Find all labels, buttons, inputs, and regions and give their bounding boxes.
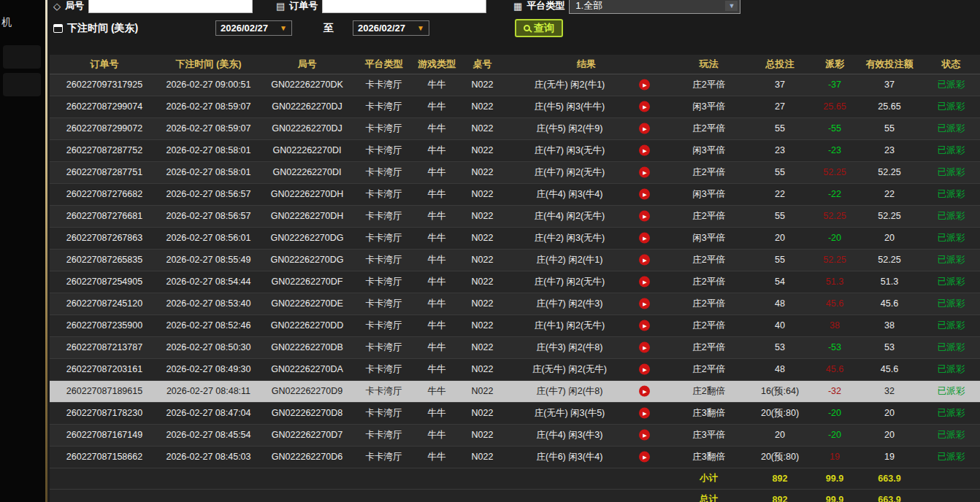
date-from-select[interactable]: 2026/02/27 ▼ <box>215 20 292 36</box>
status-cell: 已派彩 <box>922 314 980 336</box>
play-type-cell: 庄3翻倍 <box>670 402 747 424</box>
platform-cell: 卡卡湾厅 <box>356 380 411 402</box>
summary-payout: 99.9 <box>813 489 857 502</box>
table-row[interactable]: 2602270871782302026-02-27 08:47:04GN0222… <box>50 402 980 424</box>
bet-time-cell: 2026-02-27 08:56:01 <box>159 227 258 249</box>
table-row[interactable]: 2602270872877522026-02-27 08:58:01GN0222… <box>50 139 980 161</box>
platform-select[interactable]: 1.全部 ▼ <box>569 0 740 14</box>
payout-cell: 52.25 <box>813 249 857 271</box>
table-no-cell: N022 <box>462 358 502 380</box>
payout-cell: 45.6 <box>813 293 857 314</box>
play-video-icon[interactable] <box>639 255 650 266</box>
table-row[interactable]: 2602270872766822026-02-27 08:56:57GN0222… <box>50 183 980 205</box>
table-row[interactable]: 2602270872549052026-02-27 08:54:44GN0222… <box>50 271 980 293</box>
table-row[interactable]: 2602270871586622026-02-27 08:45:03GN0222… <box>50 446 980 468</box>
play-video-icon[interactable] <box>639 364 650 375</box>
game-type-cell: 牛牛 <box>411 96 462 117</box>
payout-cell: -23 <box>813 139 857 161</box>
play-video-icon[interactable] <box>639 408 650 419</box>
play-video-icon[interactable] <box>639 211 650 222</box>
result-cell: 庄(牛5) 闲3(牛牛) <box>502 96 670 117</box>
result-text: 庄(牛7) 闲3(无牛) <box>535 144 605 157</box>
table-row[interactable]: 2602270872031612026-02-27 08:49:30GN0222… <box>50 358 980 380</box>
result-cell: 庄(牛6) 闲3(牛4) <box>502 446 670 468</box>
table-row[interactable]: 2602270872766812026-02-27 08:56:57GN0222… <box>50 205 980 227</box>
sidebar-panel[interactable] <box>3 45 41 69</box>
play-video-icon[interactable] <box>639 189 650 200</box>
column-header: 桌号 <box>462 55 502 74</box>
payout-cell: 38 <box>813 314 857 336</box>
play-video-icon[interactable] <box>639 452 650 463</box>
play-video-icon[interactable] <box>639 277 650 287</box>
play-video-icon[interactable] <box>639 101 650 112</box>
empty-cell <box>356 468 411 489</box>
game-type-cell: 牛牛 <box>411 358 462 380</box>
table-row[interactable]: 2602270872990742026-02-27 08:59:07GN0222… <box>50 96 980 117</box>
play-video-icon[interactable] <box>639 123 650 134</box>
play-type-cell: 庄2平倍 <box>670 336 747 358</box>
play-video-icon[interactable] <box>639 342 650 353</box>
table-row[interactable]: 2602270872658352026-02-27 08:55:49GN0222… <box>50 249 980 271</box>
table-row[interactable]: 2602270871896152026-02-27 08:48:11GN0222… <box>50 380 980 402</box>
valid-bet-cell: 51.3 <box>857 271 922 293</box>
play-type-cell: 庄3平倍 <box>670 424 747 446</box>
play-video-icon[interactable] <box>639 386 650 397</box>
total-bet-cell: 37 <box>747 74 813 96</box>
total-bet-cell: 20 <box>747 227 813 249</box>
order-id-cell: 260227087254905 <box>50 271 159 293</box>
bet-time-cell: 2026-02-27 08:54:44 <box>159 271 258 293</box>
table-row[interactable]: 2602270872678632026-02-27 08:56:01GN0222… <box>50 227 980 249</box>
order-id-cell: 260227087276681 <box>50 205 159 227</box>
column-header: 局号 <box>258 55 356 74</box>
total-bet-cell: 48 <box>747 293 813 314</box>
game-type-cell: 牛牛 <box>411 205 462 227</box>
table-row[interactable]: 2602270872990722026-02-27 08:59:07GN0222… <box>50 117 980 139</box>
valid-bet-cell: 19 <box>857 446 922 468</box>
sidebar-panel[interactable] <box>3 73 41 96</box>
play-type-cell: 闲3平倍 <box>670 183 747 205</box>
query-button[interactable]: 查询 <box>515 19 563 37</box>
table-no-cell: N022 <box>462 314 502 336</box>
game-type-cell: 牛牛 <box>411 402 462 424</box>
status-cell: 已派彩 <box>922 402 980 424</box>
play-type-cell: 庄2平倍 <box>670 205 747 227</box>
table-row[interactable]: 2602270872877512026-02-27 08:58:01GN0222… <box>50 161 980 183</box>
empty-cell <box>922 468 980 489</box>
table-row[interactable]: 2602270872451202026-02-27 08:53:40GN0222… <box>50 293 980 314</box>
result-text: 庄(牛1) 闲2(无牛) <box>535 320 605 332</box>
play-video-icon[interactable] <box>639 167 650 178</box>
status-cell: 已派彩 <box>922 271 980 293</box>
table-row[interactable]: 2602270872359002026-02-27 08:52:46GN0222… <box>50 314 980 336</box>
table-row[interactable]: 2602270871671492026-02-27 08:45:54GN0222… <box>50 424 980 446</box>
table-row[interactable]: 2602270973179252026-02-27 09:00:51GN0222… <box>50 74 980 96</box>
order-id-cell: 260227087265835 <box>50 249 159 271</box>
play-video-icon[interactable] <box>639 145 650 156</box>
payout-cell: -20 <box>813 227 857 249</box>
order-input[interactable] <box>322 0 486 13</box>
play-video-icon[interactable] <box>639 80 650 90</box>
table-no-cell: N022 <box>462 183 502 205</box>
filter-row-top: ◇ 局号 ▤ 订单号 ▦ 平台类型 1.全部 ▼ <box>47 0 980 15</box>
order-id-cell: 260227087287752 <box>50 139 159 161</box>
column-header: 派彩 <box>813 55 857 74</box>
table-no-cell: N022 <box>462 161 502 183</box>
round-id-cell: GN022262270DJ <box>258 96 356 117</box>
play-video-icon[interactable] <box>639 298 650 309</box>
play-video-icon[interactable] <box>639 430 650 441</box>
round-input[interactable] <box>88 0 253 13</box>
status-cell: 已派彩 <box>922 293 980 314</box>
bet-time-field: 下注时间 (美东) <box>53 18 138 39</box>
platform-label: 平台类型 <box>527 0 564 12</box>
status-cell: 已派彩 <box>922 183 980 205</box>
table-no-cell: N022 <box>462 96 502 117</box>
play-video-icon[interactable] <box>639 320 650 331</box>
play-video-icon[interactable] <box>639 233 650 244</box>
platform-cell: 卡卡湾厅 <box>356 293 411 314</box>
table-no-cell: N022 <box>462 227 502 249</box>
platform-cell: 卡卡湾厅 <box>356 74 411 96</box>
table-no-cell: N022 <box>462 74 502 96</box>
round-id-cell: GN022262270D8 <box>258 402 356 424</box>
table-row[interactable]: 2602270872137872026-02-27 08:50:30GN0222… <box>50 336 980 358</box>
bet-time-cell: 2026-02-27 08:45:03 <box>159 446 258 468</box>
date-to-select[interactable]: 2026/02/27 ▼ <box>353 20 429 36</box>
